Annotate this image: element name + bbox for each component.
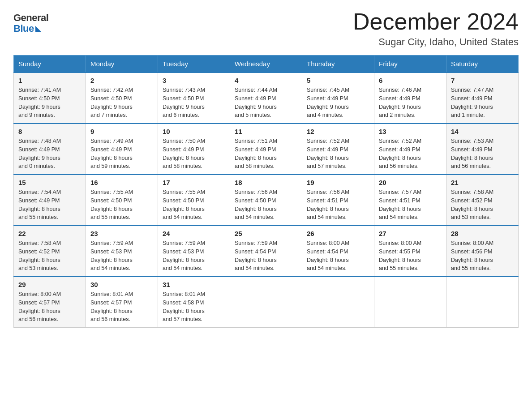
calendar-cell: 11 Sunrise: 7:51 AM Sunset: 4:49 PM Dayl…: [230, 124, 302, 175]
day-number: 12: [307, 128, 369, 135]
day-info: Sunrise: 7:50 AM Sunset: 4:49 PM Dayligh…: [163, 137, 225, 171]
day-info: Sunrise: 7:54 AM Sunset: 4:49 PM Dayligh…: [18, 188, 81, 222]
day-info: Sunrise: 7:55 AM Sunset: 4:50 PM Dayligh…: [163, 188, 225, 222]
calendar-cell: 22 Sunrise: 7:58 AM Sunset: 4:52 PM Dayl…: [14, 226, 86, 277]
day-info: Sunrise: 7:49 AM Sunset: 4:49 PM Dayligh…: [90, 137, 153, 171]
day-number: 29: [18, 281, 81, 288]
day-number: 10: [163, 128, 225, 135]
day-number: 9: [90, 128, 153, 135]
day-info: Sunrise: 7:53 AM Sunset: 4:49 PM Dayligh…: [451, 137, 514, 171]
weekday-header-friday: Friday: [374, 56, 446, 73]
day-info: Sunrise: 7:47 AM Sunset: 4:49 PM Dayligh…: [451, 86, 514, 120]
calendar-cell: [374, 277, 446, 328]
calendar-cell: [446, 277, 519, 328]
day-info: Sunrise: 7:43 AM Sunset: 4:50 PM Dayligh…: [163, 86, 225, 120]
day-number: 30: [90, 281, 153, 288]
day-info: Sunrise: 7:55 AM Sunset: 4:50 PM Dayligh…: [90, 188, 153, 222]
day-number: 26: [307, 230, 369, 237]
day-number: 20: [379, 179, 442, 186]
calendar-cell: 2 Sunrise: 7:42 AM Sunset: 4:50 PM Dayli…: [86, 73, 158, 124]
day-info: Sunrise: 8:00 AM Sunset: 4:55 PM Dayligh…: [379, 239, 442, 273]
calendar-cell: 30 Sunrise: 8:01 AM Sunset: 4:57 PM Dayl…: [86, 277, 158, 328]
calendar-week-row: 22 Sunrise: 7:58 AM Sunset: 4:52 PM Dayl…: [14, 226, 519, 277]
weekday-header-monday: Monday: [86, 56, 158, 73]
calendar-cell: 19 Sunrise: 7:56 AM Sunset: 4:51 PM Dayl…: [302, 175, 374, 226]
day-number: 22: [18, 230, 81, 237]
weekday-header-tuesday: Tuesday: [158, 56, 230, 73]
day-info: Sunrise: 7:59 AM Sunset: 4:54 PM Dayligh…: [235, 239, 297, 273]
page-header: General Blue December 2024 Sugar City, I…: [13, 9, 519, 48]
calendar-cell: 14 Sunrise: 7:53 AM Sunset: 4:49 PM Dayl…: [446, 124, 519, 175]
day-number: 15: [18, 179, 81, 186]
weekday-header-thursday: Thursday: [302, 56, 374, 73]
month-title: December 2024: [353, 9, 519, 34]
day-number: 14: [451, 128, 514, 135]
calendar-cell: 6 Sunrise: 7:46 AM Sunset: 4:49 PM Dayli…: [374, 73, 446, 124]
day-number: 6: [379, 77, 442, 84]
day-info: Sunrise: 7:56 AM Sunset: 4:50 PM Dayligh…: [235, 188, 297, 222]
day-number: 18: [235, 179, 297, 186]
calendar-week-row: 15 Sunrise: 7:54 AM Sunset: 4:49 PM Dayl…: [14, 175, 519, 226]
day-number: 19: [307, 179, 369, 186]
day-info: Sunrise: 7:57 AM Sunset: 4:51 PM Dayligh…: [379, 188, 442, 222]
day-info: Sunrise: 7:58 AM Sunset: 4:52 PM Dayligh…: [451, 188, 514, 222]
day-number: 3: [163, 77, 225, 84]
day-number: 25: [235, 230, 297, 237]
calendar-cell: 5 Sunrise: 7:45 AM Sunset: 4:49 PM Dayli…: [302, 73, 374, 124]
calendar-cell: 31 Sunrise: 8:01 AM Sunset: 4:58 PM Dayl…: [158, 277, 230, 328]
calendar-cell: 20 Sunrise: 7:57 AM Sunset: 4:51 PM Dayl…: [374, 175, 446, 226]
day-number: 7: [451, 77, 514, 84]
day-number: 2: [90, 77, 153, 84]
day-number: 17: [163, 179, 225, 186]
day-info: Sunrise: 8:00 AM Sunset: 4:56 PM Dayligh…: [451, 239, 514, 273]
calendar-cell: 12 Sunrise: 7:52 AM Sunset: 4:49 PM Dayl…: [302, 124, 374, 175]
day-number: 4: [235, 77, 297, 84]
day-number: 8: [18, 128, 81, 135]
calendar-cell: 28 Sunrise: 8:00 AM Sunset: 4:56 PM Dayl…: [446, 226, 519, 277]
calendar-cell: 17 Sunrise: 7:55 AM Sunset: 4:50 PM Dayl…: [158, 175, 230, 226]
calendar-cell: 8 Sunrise: 7:48 AM Sunset: 4:49 PM Dayli…: [14, 124, 86, 175]
day-info: Sunrise: 7:56 AM Sunset: 4:51 PM Dayligh…: [307, 188, 369, 222]
day-info: Sunrise: 8:01 AM Sunset: 4:57 PM Dayligh…: [90, 290, 153, 324]
calendar-cell: [230, 277, 302, 328]
calendar-cell: 25 Sunrise: 7:59 AM Sunset: 4:54 PM Dayl…: [230, 226, 302, 277]
day-info: Sunrise: 8:00 AM Sunset: 4:54 PM Dayligh…: [307, 239, 369, 273]
calendar-cell: 27 Sunrise: 8:00 AM Sunset: 4:55 PM Dayl…: [374, 226, 446, 277]
day-number: 24: [163, 230, 225, 237]
day-info: Sunrise: 7:59 AM Sunset: 4:53 PM Dayligh…: [90, 239, 153, 273]
day-info: Sunrise: 8:01 AM Sunset: 4:58 PM Dayligh…: [163, 290, 225, 324]
calendar-cell: 3 Sunrise: 7:43 AM Sunset: 4:50 PM Dayli…: [158, 73, 230, 124]
calendar-cell: 21 Sunrise: 7:58 AM Sunset: 4:52 PM Dayl…: [446, 175, 519, 226]
day-info: Sunrise: 7:42 AM Sunset: 4:50 PM Dayligh…: [90, 86, 153, 120]
day-number: 13: [379, 128, 442, 135]
location-subtitle: Sugar City, Idaho, United States: [353, 36, 519, 48]
day-info: Sunrise: 7:46 AM Sunset: 4:49 PM Dayligh…: [379, 86, 442, 120]
day-number: 1: [18, 77, 81, 84]
calendar-cell: 13 Sunrise: 7:52 AM Sunset: 4:49 PM Dayl…: [374, 124, 446, 175]
calendar-cell: 16 Sunrise: 7:55 AM Sunset: 4:50 PM Dayl…: [86, 175, 158, 226]
day-info: Sunrise: 7:48 AM Sunset: 4:49 PM Dayligh…: [18, 137, 81, 171]
day-info: Sunrise: 7:52 AM Sunset: 4:49 PM Dayligh…: [379, 137, 442, 171]
day-number: 11: [235, 128, 297, 135]
logo-general-text: General: [13, 13, 48, 23]
calendar-week-row: 8 Sunrise: 7:48 AM Sunset: 4:49 PM Dayli…: [14, 124, 519, 175]
calendar-week-row: 29 Sunrise: 8:00 AM Sunset: 4:57 PM Dayl…: [14, 277, 519, 328]
day-info: Sunrise: 7:51 AM Sunset: 4:49 PM Dayligh…: [235, 137, 297, 171]
title-section: December 2024 Sugar City, Idaho, United …: [353, 9, 519, 48]
day-number: 5: [307, 77, 369, 84]
calendar-cell: 1 Sunrise: 7:41 AM Sunset: 4:50 PM Dayli…: [14, 73, 86, 124]
calendar-cell: 24 Sunrise: 7:59 AM Sunset: 4:53 PM Dayl…: [158, 226, 230, 277]
day-info: Sunrise: 7:58 AM Sunset: 4:52 PM Dayligh…: [18, 239, 81, 273]
day-info: Sunrise: 8:00 AM Sunset: 4:57 PM Dayligh…: [18, 290, 81, 324]
weekday-header-wednesday: Wednesday: [230, 56, 302, 73]
day-info: Sunrise: 7:59 AM Sunset: 4:53 PM Dayligh…: [163, 239, 225, 273]
day-info: Sunrise: 7:45 AM Sunset: 4:49 PM Dayligh…: [307, 86, 369, 120]
calendar-week-row: 1 Sunrise: 7:41 AM Sunset: 4:50 PM Dayli…: [14, 73, 519, 124]
calendar-cell: [302, 277, 374, 328]
calendar-table: SundayMondayTuesdayWednesdayThursdayFrid…: [13, 55, 519, 328]
weekday-header-saturday: Saturday: [446, 56, 519, 73]
calendar-cell: 10 Sunrise: 7:50 AM Sunset: 4:49 PM Dayl…: [158, 124, 230, 175]
calendar-cell: 9 Sunrise: 7:49 AM Sunset: 4:49 PM Dayli…: [86, 124, 158, 175]
day-info: Sunrise: 7:44 AM Sunset: 4:49 PM Dayligh…: [235, 86, 297, 120]
day-info: Sunrise: 7:41 AM Sunset: 4:50 PM Dayligh…: [18, 86, 81, 120]
